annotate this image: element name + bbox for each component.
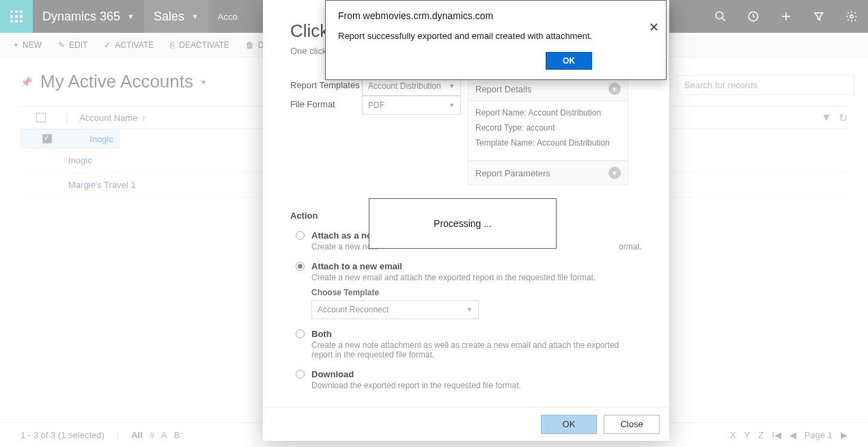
processing-indicator: Processing ...: [369, 198, 557, 249]
radio-icon: [296, 262, 305, 271]
email-template-select[interactable]: Account Reconnect▼: [311, 300, 479, 319]
dialog-close-button[interactable]: Close: [604, 415, 660, 434]
radio-download[interactable]: Download: [296, 369, 642, 379]
alert-source: From webmovies.crm.dynamics.com: [338, 10, 654, 21]
radio-icon: [296, 329, 305, 338]
chevron-down-icon: ▼: [449, 83, 455, 90]
chevron-down-icon: ▼: [449, 102, 455, 109]
dialog-ok-button[interactable]: OK: [541, 415, 597, 434]
chevron-down-icon: ▾: [608, 83, 621, 95]
chevron-down-icon: ▾: [608, 167, 621, 179]
choose-template-label: Choose Template: [311, 288, 642, 297]
radio-icon: [296, 231, 305, 240]
chevron-down-icon: ▼: [466, 306, 473, 313]
radio-both[interactable]: Both: [296, 329, 642, 339]
close-icon[interactable]: ✕: [649, 20, 659, 35]
file-format-select[interactable]: PDF▼: [362, 96, 461, 115]
report-parameters-header[interactable]: Report Parameters ▾: [468, 161, 628, 185]
radio-icon: [296, 370, 305, 379]
browser-alert: ✕ From webmovies.crm.dynamics.com Report…: [325, 0, 667, 80]
report-details-header[interactable]: Report Details ▾: [468, 77, 628, 101]
alert-message: Report successfully exported and email c…: [338, 31, 654, 41]
alert-ok-button[interactable]: OK: [546, 52, 592, 70]
radio-attach-email[interactable]: Attach to a new email: [296, 261, 642, 271]
label-file-format: File Format: [290, 96, 362, 109]
